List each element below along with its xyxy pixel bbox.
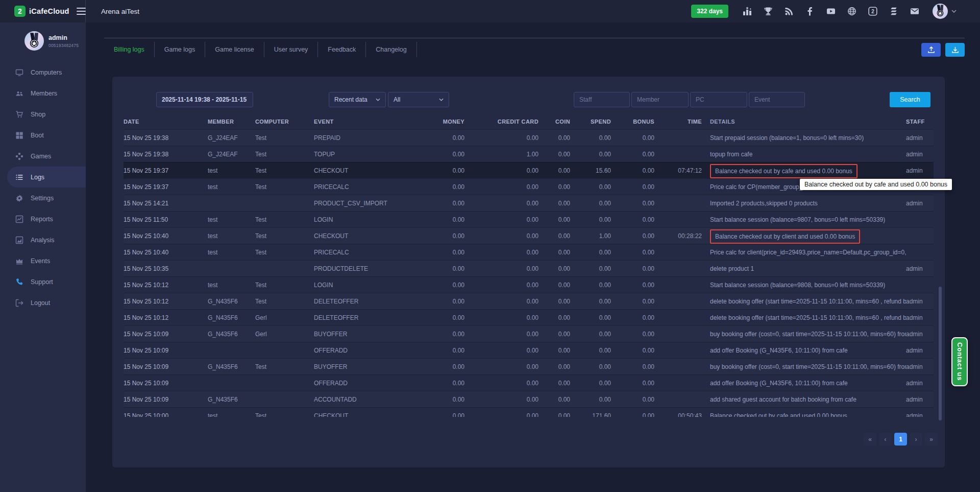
sidebar-item-label: Support: [31, 278, 53, 286]
table-row[interactable]: 15 Nov 25 19:37testTestCHECKOUT0.000.000…: [124, 162, 934, 178]
table-row[interactable]: 15 Nov 25 10:09OFFERADD0.000.000.000.000…: [124, 374, 934, 391]
cell-spend: 0.00: [570, 130, 611, 146]
ranking-icon[interactable]: [743, 7, 752, 16]
sidebar-item-reports[interactable]: Reports: [0, 208, 86, 229]
sidebar-item-support[interactable]: Support: [0, 271, 86, 292]
brand-name: iCafeCloud: [29, 7, 69, 15]
cell-spend: 0.00: [570, 375, 611, 391]
sidebar-item-logs[interactable]: Logs: [7, 167, 86, 188]
tab-game-logs[interactable]: Game logs: [155, 42, 205, 57]
table-row[interactable]: 15 Nov 25 10:09G_N435F6TestBUYOFFER0.000…: [124, 358, 934, 374]
sidebar-item-games[interactable]: Games: [0, 146, 86, 167]
cell-staff: admin: [906, 162, 934, 178]
trophy-icon[interactable]: [764, 7, 773, 16]
pagination-nav[interactable]: »: [925, 433, 938, 446]
sidebar-item-events[interactable]: Events: [0, 250, 86, 271]
cell-details: buy booking offer (cost=0, start time=20…: [702, 359, 906, 374]
column-header-date[interactable]: DATE: [124, 114, 208, 129]
download-button[interactable]: [945, 43, 965, 57]
member-input[interactable]: [631, 92, 689, 107]
date-range-input[interactable]: [156, 92, 253, 107]
column-header-time[interactable]: TIME: [654, 114, 702, 129]
table-row[interactable]: 15 Nov 25 10:35PRODUCTDELETE0.000.000.00…: [124, 260, 934, 276]
table-row[interactable]: 15 Nov 25 10:12G_N435F6TestDELETEOFFER0.…: [124, 293, 934, 309]
pagination-nav[interactable]: ›: [910, 433, 922, 446]
contact-us-button[interactable]: Contact us: [951, 337, 968, 386]
hamburger-menu-icon[interactable]: [77, 8, 86, 15]
column-header-credit_card[interactable]: CREDIT CARD: [464, 114, 538, 129]
filter-row: Recent data All Search: [124, 92, 934, 107]
sidebar-item-analysis[interactable]: Analysis: [0, 229, 86, 250]
tab-user-survey[interactable]: User survey: [264, 42, 318, 57]
cell-bonus: 0.00: [611, 244, 654, 260]
sidebar-item-shop[interactable]: Shop: [0, 104, 86, 125]
sidebar-item-logout[interactable]: Logout: [0, 292, 86, 313]
column-header-details[interactable]: DETAILS: [702, 114, 906, 129]
table-row[interactable]: 15 Nov 25 10:40testTestCHECKOUT0.000.000…: [124, 227, 934, 244]
sidebar-item-computers[interactable]: Computers: [0, 62, 86, 83]
tab-billing-logs[interactable]: Billing logs: [104, 42, 155, 57]
cell-event: PRODUCTDELETE: [314, 261, 421, 276]
youtube-icon[interactable]: [826, 7, 836, 16]
table-row[interactable]: 15 Nov 25 10:09G_N435F6GerlBUYOFFER0.000…: [124, 325, 934, 342]
license-days-badge[interactable]: 322 days: [691, 5, 728, 18]
event-input[interactable]: [749, 92, 805, 107]
globe-icon[interactable]: [847, 7, 856, 16]
chevron-down-icon[interactable]: [951, 10, 957, 13]
table-row[interactable]: 15 Nov 25 10:12G_N435F6GerlDELETEOFFER0.…: [124, 309, 934, 325]
rss-icon[interactable]: [785, 7, 794, 16]
data-source-select[interactable]: Recent data: [329, 92, 386, 107]
sidebar-item-members[interactable]: Members: [0, 83, 86, 104]
monitor-icon: [15, 68, 23, 77]
icafe-icon[interactable]: 2: [868, 7, 877, 16]
cell-money: 0.00: [421, 228, 464, 244]
cell-event: BUYOFFER: [314, 326, 421, 342]
cell-computer: Test: [255, 244, 314, 260]
staff-input[interactable]: [574, 92, 630, 107]
cell-spend: 0.00: [570, 146, 611, 162]
data-source-value: Recent data: [334, 96, 368, 103]
cell-bonus: 0.00: [611, 212, 654, 227]
scope-select[interactable]: All: [388, 92, 449, 107]
column-header-money[interactable]: MONEY: [421, 114, 464, 129]
table-row[interactable]: 15 Nov 25 10:12testTestLOGIN0.000.000.00…: [124, 276, 934, 293]
pagination-nav[interactable]: ‹: [879, 433, 892, 446]
upload-button[interactable]: [921, 43, 941, 57]
table-row[interactable]: 15 Nov 25 11:50testTestLOGIN0.000.000.00…: [124, 211, 934, 227]
column-header-spend[interactable]: SPEND: [570, 114, 611, 129]
search-button[interactable]: Search: [890, 92, 930, 107]
pagination-page-1[interactable]: 1: [894, 433, 907, 446]
column-header-member[interactable]: MEMBER: [208, 114, 255, 129]
mail-icon[interactable]: [910, 7, 919, 16]
pagination-nav[interactable]: «: [864, 433, 876, 446]
table-row[interactable]: 15 Nov 25 19:38G_J24EAFTestPREPAID0.000.…: [124, 129, 934, 146]
table-row[interactable]: 15 Nov 25 19:38G_J24EAFTestTOPUP0.001.00…: [124, 146, 934, 162]
sidebar-item-label: Shop: [31, 111, 45, 118]
cart-icon: [15, 110, 23, 119]
column-header-event[interactable]: EVENT: [314, 114, 421, 129]
tab-changelog[interactable]: Changelog: [366, 42, 416, 57]
icafecloud-logo-icon[interactable]: 2: [14, 6, 26, 17]
column-header-bonus[interactable]: BONUS: [611, 114, 654, 129]
table-row[interactable]: 15 Nov 25 14:21PRODUCT_CSV_IMPORT0.000.0…: [124, 195, 934, 211]
column-header-staff[interactable]: STAFF: [906, 114, 934, 129]
table-row[interactable]: 15 Nov 25 10:40testTestPRICECALC0.000.00…: [124, 244, 934, 260]
table-row[interactable]: 15 Nov 25 10:00testTestCHECKOUT0.000.000…: [124, 407, 934, 417]
column-header-computer[interactable]: COMPUTER: [255, 114, 314, 129]
column-header-coin[interactable]: COIN: [538, 114, 570, 129]
user-avatar[interactable]: [933, 4, 948, 19]
facebook-icon[interactable]: [805, 7, 815, 16]
layers-icon[interactable]: [889, 7, 898, 16]
cell-staff: [906, 228, 934, 244]
scrollbar-thumb[interactable]: [939, 287, 942, 420]
cell-details: add offer Booking (G_N435F6, 10:11:00) f…: [702, 375, 906, 391]
sidebar-profile[interactable]: admin 005193482475: [0, 22, 86, 56]
tab-game-license[interactable]: Game license: [205, 42, 264, 57]
table-row[interactable]: 15 Nov 25 10:09OFFERADD0.000.000.000.000…: [124, 342, 934, 358]
table-row[interactable]: 15 Nov 25 10:09G_N435F6ACCOUNTADD0.000.0…: [124, 391, 934, 407]
sidebar-item-boot[interactable]: Boot: [0, 125, 86, 146]
tab-feedback[interactable]: Feedback: [318, 42, 366, 57]
cell-event: PRODUCT_CSV_IMPORT: [314, 195, 421, 211]
pc-input[interactable]: [690, 92, 747, 107]
sidebar-item-settings[interactable]: Settings: [0, 188, 86, 208]
